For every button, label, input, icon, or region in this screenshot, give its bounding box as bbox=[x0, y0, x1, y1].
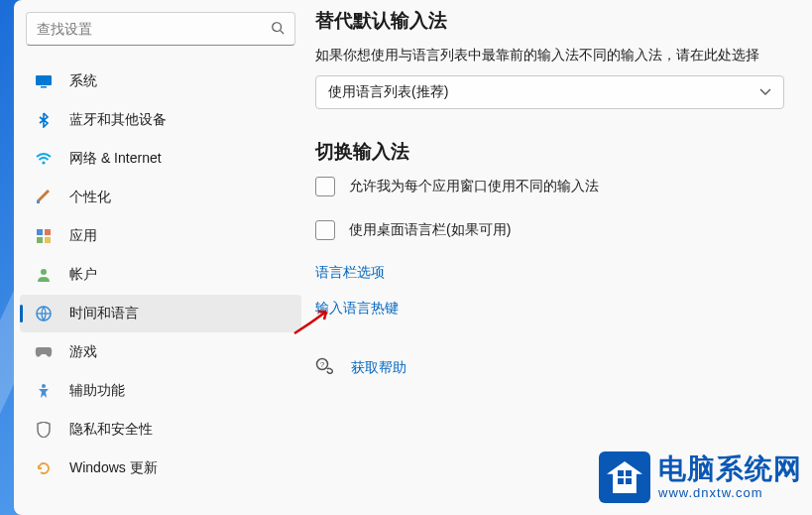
settings-window: 系统 蓝牙和其他设备 网络 & Internet 个性化 应用 帐户 bbox=[14, 0, 812, 515]
checkbox-desktop-langbar[interactable]: 使用桌面语言栏(如果可用) bbox=[315, 220, 784, 240]
svg-point-10 bbox=[41, 269, 47, 275]
svg-rect-6 bbox=[37, 229, 43, 235]
nav-item-gaming[interactable]: 游戏 bbox=[20, 333, 301, 371]
globe-icon bbox=[34, 304, 54, 323]
nav-item-accounts[interactable]: 帐户 bbox=[20, 256, 301, 294]
grid-icon bbox=[34, 226, 54, 246]
help-icon: ? bbox=[315, 357, 337, 379]
nav-item-accessibility[interactable]: 辅助功能 bbox=[20, 372, 301, 410]
nav-item-bluetooth[interactable]: 蓝牙和其他设备 bbox=[20, 101, 301, 139]
nav-item-label: Windows 更新 bbox=[69, 459, 158, 477]
nav-item-personalization[interactable]: 个性化 bbox=[20, 179, 301, 216]
nav-item-label: 时间和语言 bbox=[69, 305, 139, 322]
checkbox-icon[interactable] bbox=[315, 177, 335, 196]
nav-item-label: 蓝牙和其他设备 bbox=[69, 111, 167, 129]
section-title-switch-ime: 切换输入法 bbox=[315, 139, 784, 165]
chevron-down-icon bbox=[759, 86, 771, 98]
help-link[interactable]: 获取帮助 bbox=[351, 359, 406, 377]
svg-point-4 bbox=[42, 161, 45, 164]
nav-item-label: 隐私和安全性 bbox=[69, 421, 153, 439]
nav-item-network[interactable]: 网络 & Internet bbox=[20, 140, 301, 178]
svg-point-0 bbox=[273, 22, 282, 31]
brush-icon bbox=[34, 188, 54, 207]
person-icon bbox=[34, 265, 54, 285]
checkbox-per-window[interactable]: 允许我为每个应用窗口使用不同的输入法 bbox=[315, 177, 784, 196]
content-panel: 替代默认输入法 如果你想使用与语言列表中最靠前的输入法不同的输入法，请在此处选择… bbox=[307, 0, 812, 515]
nav-item-time-language[interactable]: 时间和语言 bbox=[20, 295, 301, 332]
svg-rect-9 bbox=[45, 237, 51, 243]
gamepad-icon bbox=[34, 342, 54, 362]
search-icon bbox=[271, 21, 285, 38]
nav-item-label: 网络 & Internet bbox=[69, 150, 162, 168]
nav-item-label: 应用 bbox=[69, 227, 97, 245]
search-box[interactable] bbox=[26, 12, 295, 46]
svg-rect-2 bbox=[36, 75, 52, 85]
bluetooth-icon bbox=[34, 110, 54, 130]
nav-item-label: 辅助功能 bbox=[69, 382, 125, 400]
nav-item-label: 游戏 bbox=[69, 343, 97, 361]
section-title-default-ime: 替代默认输入法 bbox=[315, 8, 784, 34]
nav-item-system[interactable]: 系统 bbox=[20, 63, 301, 100]
nav-item-label: 帐户 bbox=[69, 266, 97, 284]
svg-text:?: ? bbox=[320, 360, 325, 369]
section-desc-default-ime: 如果你想使用与语言列表中最靠前的输入法不同的输入法，请在此处选择 bbox=[315, 46, 784, 65]
checkbox-label: 使用桌面语言栏(如果可用) bbox=[349, 221, 511, 239]
shield-icon bbox=[34, 420, 54, 440]
nav-item-apps[interactable]: 应用 bbox=[20, 217, 301, 255]
sidebar: 系统 蓝牙和其他设备 网络 & Internet 个性化 应用 帐户 bbox=[14, 0, 307, 515]
dropdown-value: 使用语言列表(推荐) bbox=[328, 83, 448, 101]
update-icon bbox=[34, 458, 54, 478]
svg-point-13 bbox=[42, 384, 46, 388]
help-row: ? 获取帮助 bbox=[315, 357, 784, 379]
svg-rect-3 bbox=[41, 86, 47, 88]
svg-rect-7 bbox=[45, 229, 51, 235]
nav-item-privacy[interactable]: 隐私和安全性 bbox=[20, 411, 301, 449]
link-hotkeys[interactable]: 输入语言热键 bbox=[315, 300, 784, 318]
checkbox-label: 允许我为每个应用窗口使用不同的输入法 bbox=[349, 178, 599, 195]
svg-rect-8 bbox=[37, 237, 43, 243]
accessibility-icon bbox=[34, 381, 54, 401]
nav-item-label: 个性化 bbox=[69, 189, 111, 206]
nav-item-label: 系统 bbox=[69, 72, 97, 90]
search-input[interactable] bbox=[37, 21, 271, 37]
checkbox-icon[interactable] bbox=[315, 220, 335, 240]
monitor-icon bbox=[34, 71, 54, 91]
default-ime-dropdown[interactable]: 使用语言列表(推荐) bbox=[315, 75, 784, 109]
wifi-icon bbox=[34, 149, 54, 169]
svg-line-1 bbox=[281, 30, 285, 34]
nav-item-windows-update[interactable]: Windows 更新 bbox=[20, 450, 301, 487]
svg-rect-5 bbox=[37, 200, 40, 203]
link-langbar-options[interactable]: 语言栏选项 bbox=[315, 264, 784, 282]
nav-list: 系统 蓝牙和其他设备 网络 & Internet 个性化 应用 帐户 bbox=[14, 58, 307, 507]
